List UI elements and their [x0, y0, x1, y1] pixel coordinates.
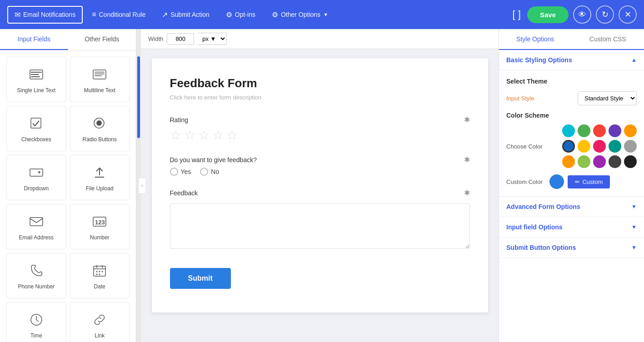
color-palette: [562, 124, 637, 168]
field-single-line-text[interactable]: Single Line Text: [6, 57, 66, 102]
color-blue-dark[interactable]: [562, 140, 575, 153]
star-5[interactable]: ☆: [226, 128, 238, 143]
input-field-chevron: ▼: [631, 224, 637, 230]
svg-point-23: [96, 274, 98, 275]
radio-no[interactable]: No: [200, 168, 219, 176]
field-link[interactable]: Link: [70, 302, 130, 342]
field-checkboxes[interactable]: Checkboxes: [6, 106, 66, 151]
color-amber[interactable]: [562, 155, 575, 168]
refresh-button[interactable]: ↻: [596, 5, 614, 24]
color-black[interactable]: [624, 155, 637, 168]
width-unit-select[interactable]: px ▼ %: [198, 33, 227, 45]
field-dropdown[interactable]: Dropdown: [6, 155, 66, 200]
advanced-form-chevron: ▼: [631, 203, 637, 210]
svg-rect-13: [30, 218, 43, 226]
rating-label: Rating ✱: [170, 115, 470, 124]
collapse-handle[interactable]: ‹: [138, 178, 146, 194]
field-radio-buttons[interactable]: Radio Buttons: [70, 106, 130, 151]
color-yellow[interactable]: [578, 140, 590, 153]
color-light-green[interactable]: [578, 155, 590, 168]
pencil-icon: ✏: [575, 178, 580, 185]
color-gray[interactable]: [624, 140, 637, 153]
close-icon: ✕: [624, 10, 631, 20]
input-style-label: Input Style: [506, 95, 534, 102]
custom-color-button[interactable]: ✏ Custom: [568, 175, 610, 188]
field-file-upload[interactable]: File Upload: [70, 155, 130, 200]
submit-button-options-section[interactable]: Submit Button Options ▼: [499, 238, 644, 258]
color-green[interactable]: [578, 124, 590, 137]
radio-circle-yes: [170, 168, 178, 176]
feedback-textarea[interactable]: [170, 203, 470, 249]
star-4[interactable]: ☆: [212, 128, 224, 143]
select-theme-label: Select Theme: [506, 78, 637, 85]
width-label: Width: [148, 35, 163, 42]
left-sidebar: Input Fields Other Fields Single Line Te…: [0, 29, 136, 342]
field-time[interactable]: Time: [6, 302, 66, 342]
canvas-area: Width px ▼ % Feedback Form Click here to…: [141, 29, 499, 342]
form-field-rating: Rating ✱ ☆ ☆ ☆ ☆ ☆: [170, 115, 470, 143]
field-multiline-text[interactable]: Multiline Text: [70, 57, 130, 102]
field-number[interactable]: 123 Number: [70, 204, 130, 249]
color-dark-gray[interactable]: [609, 155, 621, 168]
color-row-1: [562, 124, 637, 137]
required-star: ✱: [464, 115, 470, 124]
color-row-2: [562, 140, 637, 153]
main-layout: Input Fields Other Fields Single Line Te…: [0, 29, 644, 342]
save-button[interactable]: Save: [527, 6, 569, 23]
nav-submit-action[interactable]: ↗ Submit Action: [155, 6, 217, 24]
star-3[interactable]: ☆: [198, 128, 210, 143]
tab-input-fields[interactable]: Input Fields: [0, 29, 68, 50]
advanced-form-section[interactable]: Advanced Form Options ▼: [499, 197, 644, 217]
dropdown-label: Dropdown: [24, 185, 49, 192]
color-teal[interactable]: [609, 140, 621, 153]
radio-no-label: No: [211, 168, 219, 175]
conditional-icon: ≡: [92, 10, 96, 19]
link-icon: [90, 311, 109, 329]
input-style-select[interactable]: Standard Style Flat Style Rounded Style: [578, 91, 637, 105]
color-pink[interactable]: [593, 140, 606, 153]
single-line-label: Single Line Text: [17, 87, 55, 94]
right-tabs: Style Options Custom CSS: [499, 29, 644, 50]
file-upload-icon: [90, 164, 109, 182]
width-input[interactable]: [167, 33, 194, 45]
field-phone-number[interactable]: Phone Number: [6, 253, 66, 298]
color-cyan[interactable]: [562, 124, 575, 137]
nav-opt-ins[interactable]: ⚙ Opt-ins: [219, 6, 263, 24]
color-red[interactable]: [593, 124, 606, 137]
star-2[interactable]: ☆: [184, 128, 195, 143]
input-field-options-section[interactable]: Input field Options ▼: [499, 217, 644, 238]
scroll-bar[interactable]: [137, 56, 140, 138]
color-deep-purple[interactable]: [593, 155, 606, 168]
right-panel: Style Options Custom CSS Basic Styling O…: [499, 29, 644, 342]
fields-grid: Single Line Text Multiline Text: [0, 50, 136, 342]
form-title[interactable]: Feedback Form: [170, 76, 470, 90]
form-canvas: Feedback Form Click here to enter form d…: [152, 58, 488, 312]
color-orange[interactable]: [624, 124, 637, 137]
eye-icon: 👁: [578, 10, 586, 20]
field-date[interactable]: Date: [70, 253, 130, 298]
close-button[interactable]: ✕: [619, 5, 637, 24]
tab-custom-css[interactable]: Custom CSS: [572, 29, 644, 49]
radio-question-label: Do you want to give feedback? ✱: [170, 155, 470, 164]
preview-button[interactable]: 👁: [573, 5, 591, 24]
nav-conditional-rule[interactable]: ≡ Conditional Rule: [85, 6, 153, 23]
field-email-address[interactable]: Email Address: [6, 204, 66, 249]
tab-style-options[interactable]: Style Options: [499, 29, 572, 50]
dropdown-icon: [27, 164, 45, 182]
basic-styling-section-header[interactable]: Basic Styling Options ▲: [499, 50, 644, 70]
date-label: Date: [94, 283, 105, 290]
form-description[interactable]: Click here to enter form description: [170, 94, 470, 101]
star-1[interactable]: ☆: [170, 128, 181, 143]
color-purple[interactable]: [609, 124, 621, 137]
radio-group: Yes No: [170, 168, 470, 176]
nav-email-notifications[interactable]: ✉ Email Notifications: [7, 6, 83, 24]
single-line-icon: [27, 65, 45, 84]
bracket-button[interactable]: [ ]: [508, 9, 525, 20]
phone-icon: [27, 262, 45, 280]
tab-other-fields[interactable]: Other Fields: [68, 29, 136, 50]
nav-other-options[interactable]: ⚙ Other Options ▼: [265, 6, 335, 24]
custom-color-swatch[interactable]: [549, 174, 564, 189]
submit-button[interactable]: Submit: [170, 268, 231, 289]
file-upload-label: File Upload: [86, 185, 114, 192]
radio-yes[interactable]: Yes: [170, 168, 191, 176]
